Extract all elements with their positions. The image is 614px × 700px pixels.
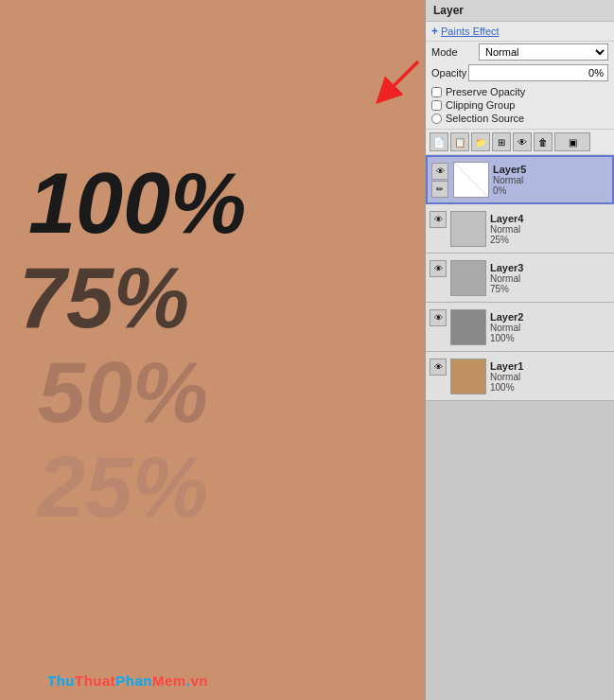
layer3-thumbnail bbox=[450, 260, 486, 296]
layer5-eye-icon[interactable]: 👁 bbox=[431, 163, 448, 180]
layer5-pen-icon[interactable]: ✏ bbox=[431, 181, 448, 198]
watermark-thu: Thu bbox=[47, 673, 75, 689]
watermark-phan: Phan bbox=[115, 673, 152, 689]
opacity-row: Opacity bbox=[426, 62, 614, 83]
paints-plus-icon: + bbox=[431, 25, 438, 38]
layer2-eye-icon[interactable]: 👁 bbox=[430, 309, 447, 326]
layer-item-2[interactable]: 👁 Layer2 Normal 100% bbox=[426, 303, 614, 352]
watermark-thuat: Thuat bbox=[75, 673, 115, 689]
layer-item-3[interactable]: 👁 Layer3 Normal 75% bbox=[426, 254, 614, 303]
layer4-info: Layer4 Normal 25% bbox=[490, 213, 610, 245]
layer5-thumb-svg bbox=[454, 163, 489, 198]
layer-item-4[interactable]: 👁 Layer4 Normal 25% bbox=[426, 204, 614, 254]
preserve-opacity-label: Preserve Opacity bbox=[446, 86, 525, 97]
clipping-group-checkbox[interactable] bbox=[431, 100, 442, 111]
checkboxes-area: Preserve Opacity Clipping Group Selectio… bbox=[426, 83, 614, 130]
clipping-group-row: Clipping Group bbox=[431, 99, 608, 111]
mode-label: Mode bbox=[431, 46, 479, 58]
layer4-thumbnail bbox=[450, 211, 486, 247]
layer1-name: Layer1 bbox=[490, 360, 610, 372]
layer3-eye-icon[interactable]: 👁 bbox=[430, 260, 447, 277]
paints-effect-row[interactable]: + Paints Effect bbox=[426, 22, 614, 42]
layer2-thumbnail bbox=[450, 309, 486, 345]
layer-toolbar: 📄 📋 📁 ⊞ 👁 🗑 ▣ bbox=[426, 130, 614, 155]
text-50-percent: 50% bbox=[38, 350, 208, 435]
layer-item-1[interactable]: 👁 Layer1 Normal 100% bbox=[426, 352, 614, 401]
opacity-label: Opacity bbox=[431, 67, 468, 79]
layer5-name: Layer5 bbox=[493, 164, 608, 175]
watermark: ThuThuatPhanMem.vn bbox=[47, 673, 208, 689]
layer3-name: Layer3 bbox=[490, 262, 610, 273]
layers-list: 👁 ✏ Layer5 Normal 0% 👁 bbox=[426, 155, 614, 700]
layer1-opacity: 100% bbox=[490, 382, 610, 393]
selection-source-row: Selection Source bbox=[431, 113, 608, 124]
layer-panel: Layer + Paints Effect Mode Normal Opacit… bbox=[425, 0, 614, 700]
layer4-eye-icon[interactable]: 👁 bbox=[430, 211, 447, 228]
layer1-info: Layer1 Normal 100% bbox=[490, 360, 610, 393]
text-25-percent: 25% bbox=[38, 445, 208, 530]
layer5-thumbnail bbox=[453, 162, 489, 198]
clipping-group-label: Clipping Group bbox=[446, 99, 515, 111]
layer3-mode: Normal bbox=[490, 273, 610, 284]
layer2-name: Layer2 bbox=[490, 311, 610, 323]
layer3-opacity: 75% bbox=[490, 284, 610, 294]
layer5-mode: Normal bbox=[493, 175, 608, 185]
eye-button[interactable]: 👁 bbox=[513, 132, 532, 151]
paints-effect-label[interactable]: Paints Effect bbox=[441, 26, 500, 37]
layer2-info: Layer2 Normal 100% bbox=[490, 311, 610, 343]
mode-row: Mode Normal bbox=[426, 42, 614, 62]
delete-layer-button[interactable]: 🗑 bbox=[534, 132, 553, 151]
selection-source-radio[interactable] bbox=[431, 114, 442, 124]
layer-item-5[interactable]: 👁 ✏ Layer5 Normal 0% bbox=[426, 155, 614, 204]
layer4-opacity: 25% bbox=[490, 235, 610, 245]
layer2-opacity: 100% bbox=[490, 333, 610, 343]
svg-rect-5 bbox=[451, 261, 486, 296]
layer4-name: Layer4 bbox=[490, 213, 610, 224]
layer5-opacity: 0% bbox=[493, 185, 608, 196]
watermark-mem: Mem bbox=[152, 673, 186, 689]
svg-rect-4 bbox=[451, 212, 486, 247]
layer3-info: Layer3 Normal 75% bbox=[490, 262, 610, 294]
svg-rect-6 bbox=[451, 310, 486, 345]
folder-button[interactable]: 📁 bbox=[471, 132, 490, 151]
new-layer-button[interactable]: 📄 bbox=[430, 132, 448, 151]
layer2-mode: Normal bbox=[490, 323, 610, 333]
opacity-input[interactable] bbox=[468, 64, 608, 81]
selection-source-label: Selection Source bbox=[446, 113, 524, 124]
text-100-percent: 100% bbox=[28, 161, 246, 246]
copy-layer-button[interactable]: 📋 bbox=[450, 132, 469, 151]
mode-select[interactable]: Normal bbox=[479, 44, 608, 61]
layer5-info: Layer5 Normal 0% bbox=[493, 164, 608, 196]
svg-rect-7 bbox=[451, 359, 486, 394]
flatten-button[interactable]: ⊞ bbox=[492, 132, 511, 151]
layer4-mode: Normal bbox=[490, 224, 610, 235]
layer1-mode: Normal bbox=[490, 372, 610, 382]
panel-title: Layer bbox=[426, 0, 614, 22]
preserve-opacity-row: Preserve Opacity bbox=[431, 86, 608, 97]
canvas-button[interactable]: ▣ bbox=[554, 132, 590, 151]
preserve-opacity-checkbox[interactable] bbox=[431, 87, 442, 97]
watermark-vn: vn bbox=[190, 673, 208, 689]
layer1-thumbnail bbox=[450, 359, 486, 394]
layer1-eye-icon[interactable]: 👁 bbox=[430, 359, 447, 376]
text-75-percent: 75% bbox=[19, 255, 189, 341]
canvas-area: 100% 75% 50% 25% bbox=[0, 0, 397, 700]
